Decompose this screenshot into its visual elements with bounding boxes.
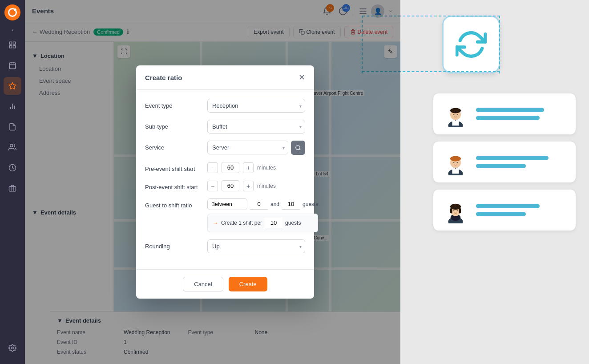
refresh-icon-container bbox=[442, 16, 500, 73]
pre-event-unit: minutes bbox=[257, 165, 276, 171]
pre-event-control: − + minutes bbox=[207, 162, 305, 173]
rounding-label: Rounding bbox=[145, 239, 207, 250]
sidebar-item-reports[interactable] bbox=[4, 118, 21, 136]
rounding-row: Rounding Up Down Nearest ▾ bbox=[145, 239, 305, 253]
sidebar-toggle[interactable]: › bbox=[12, 28, 13, 32]
modal-header: Create ratio ✕ bbox=[136, 65, 314, 90]
modal-body: Event type Reception ▾ Sub-type bbox=[136, 90, 314, 269]
avatar-3 bbox=[442, 197, 469, 223]
cancel-button[interactable]: Cancel bbox=[183, 277, 223, 291]
pre-event-minus-button[interactable]: − bbox=[207, 162, 218, 173]
person-info-2 bbox=[476, 156, 567, 168]
info-line-2-1 bbox=[476, 156, 549, 160]
svg-marker-8 bbox=[9, 83, 16, 89]
waitress-avatar-3 bbox=[442, 197, 469, 223]
person-card-1 bbox=[433, 93, 576, 134]
svg-point-45 bbox=[453, 210, 454, 211]
svg-rect-1 bbox=[13, 42, 16, 44]
modal-close-button[interactable]: ✕ bbox=[299, 73, 305, 82]
sidebar-item-stats[interactable] bbox=[4, 159, 21, 177]
app-container: › Events bbox=[0, 0, 589, 364]
svg-rect-44 bbox=[459, 208, 461, 214]
svg-point-23 bbox=[296, 146, 300, 150]
refresh-icon bbox=[456, 29, 487, 60]
modal-title: Create ratio bbox=[145, 74, 182, 81]
svg-point-15 bbox=[12, 347, 14, 349]
rounding-select[interactable]: Up Down Nearest bbox=[207, 239, 305, 253]
post-event-minus-button[interactable]: − bbox=[207, 181, 218, 191]
post-event-control: − + minutes bbox=[207, 180, 305, 191]
service-control: Server ▾ bbox=[207, 141, 305, 155]
info-line-2-2 bbox=[476, 164, 526, 168]
pre-event-plus-button[interactable]: + bbox=[243, 162, 254, 173]
svg-point-12 bbox=[10, 144, 13, 147]
ratio-guests-label: guests bbox=[303, 201, 318, 207]
ratio-to-input[interactable] bbox=[282, 199, 300, 210]
ratio-type-select[interactable]: Between bbox=[207, 198, 247, 210]
svg-rect-3 bbox=[13, 46, 16, 48]
svg-rect-2 bbox=[9, 46, 12, 48]
svg-rect-43 bbox=[450, 208, 452, 214]
pre-event-row: Pre-event shift start − + minutes bbox=[145, 162, 305, 173]
waiter-avatar-2 bbox=[442, 149, 469, 175]
guest-ratio-label: Guest to shift ratio bbox=[145, 198, 207, 209]
pre-event-shift-control: − + minutes bbox=[207, 162, 305, 173]
subtype-select[interactable]: Buffet bbox=[207, 120, 305, 133]
subtype-control: Buffet ▾ bbox=[207, 120, 305, 133]
pre-event-label: Pre-event shift start bbox=[145, 162, 207, 172]
info-line-1-2 bbox=[476, 116, 540, 120]
person-info-1 bbox=[476, 108, 567, 120]
app-logo[interactable] bbox=[4, 4, 20, 20]
rounding-control: Up Down Nearest ▾ bbox=[207, 239, 305, 253]
ratio-from-input[interactable] bbox=[250, 199, 268, 210]
search-icon bbox=[295, 145, 301, 151]
post-event-plus-button[interactable]: + bbox=[243, 181, 254, 191]
sidebar-item-home[interactable] bbox=[4, 36, 21, 54]
dashed-line-right bbox=[499, 16, 500, 73]
svg-rect-0 bbox=[9, 42, 12, 44]
service-label: Service bbox=[145, 141, 207, 151]
post-event-input[interactable] bbox=[222, 180, 239, 191]
sidebar-item-events[interactable] bbox=[4, 77, 21, 95]
svg-point-31 bbox=[457, 114, 458, 115]
info-line-3-1 bbox=[476, 204, 540, 208]
person-card-3 bbox=[433, 190, 576, 231]
arrow-right-icon: → bbox=[212, 219, 218, 226]
ratio-create-unit: guests bbox=[285, 220, 301, 226]
service-input-row: Server ▾ bbox=[207, 141, 305, 155]
post-event-shift-control: − + minutes bbox=[207, 180, 305, 191]
person-card-2 bbox=[433, 142, 576, 182]
service-search-button[interactable] bbox=[291, 141, 305, 155]
subtype-label: Sub-type bbox=[145, 120, 207, 130]
svg-rect-4 bbox=[9, 63, 16, 69]
event-type-row: Event type Reception ▾ bbox=[145, 99, 305, 113]
event-type-control: Reception ▾ bbox=[207, 99, 305, 113]
sidebar-item-users[interactable] bbox=[4, 138, 21, 156]
info-line-1-1 bbox=[476, 108, 544, 112]
ratio-between-row: Between and guests bbox=[207, 198, 318, 210]
svg-rect-14 bbox=[9, 186, 16, 191]
modal-footer: Cancel Create bbox=[136, 269, 314, 299]
sidebar-item-calendar[interactable] bbox=[4, 57, 21, 74]
service-select[interactable]: Server bbox=[207, 141, 288, 154]
event-type-label: Event type bbox=[145, 99, 207, 109]
post-event-unit: minutes bbox=[257, 183, 276, 189]
post-event-label: Post-event shift start bbox=[145, 180, 207, 190]
ratio-and-label: and bbox=[270, 201, 279, 207]
svg-point-37 bbox=[453, 162, 454, 163]
sidebar-item-analytics[interactable] bbox=[4, 97, 21, 115]
svg-line-24 bbox=[299, 149, 301, 150]
avatar-2 bbox=[442, 149, 469, 175]
avatar-1 bbox=[442, 101, 469, 127]
person-info-3 bbox=[476, 204, 567, 216]
create-button[interactable]: Create bbox=[229, 277, 267, 291]
post-event-row: Post-event shift start − + minutes bbox=[145, 180, 305, 191]
sidebar-item-settings[interactable] bbox=[4, 339, 21, 357]
sidebar-item-tasks[interactable] bbox=[4, 179, 21, 197]
pre-event-input[interactable] bbox=[222, 162, 239, 173]
guest-ratio-row: Guest to shift ratio Between and bbox=[145, 198, 305, 232]
event-type-select[interactable]: Reception bbox=[207, 99, 305, 113]
svg-point-30 bbox=[453, 114, 454, 115]
svg-point-46 bbox=[457, 210, 458, 211]
ratio-create-input[interactable] bbox=[265, 218, 282, 228]
